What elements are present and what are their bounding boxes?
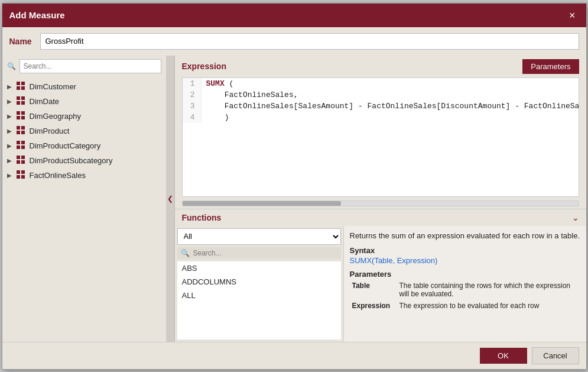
- search-box: 🔍: [2, 56, 166, 77]
- param-desc-expression: The expression to be evaluated for each …: [397, 300, 580, 312]
- name-label: Name: [9, 37, 33, 46]
- svg-rect-25: [21, 170, 25, 174]
- svg-rect-20: [17, 156, 20, 159]
- svg-rect-24: [17, 170, 20, 174]
- functions-header[interactable]: Functions ⌄: [175, 209, 586, 226]
- table-name: DimDate: [30, 97, 60, 106]
- functions-right-panel: Returns the sum of an expression evaluat…: [344, 226, 586, 342]
- chevron-icon: ▶: [7, 83, 14, 90]
- svg-rect-2: [17, 86, 20, 90]
- expression-header: Expression Parameters: [175, 56, 586, 77]
- svg-rect-18: [17, 145, 20, 149]
- syntax-label: Syntax: [350, 246, 580, 255]
- add-measure-dialog: Add Measure × Name 🔍 ▶ DimCustomer: [2, 3, 587, 370]
- svg-rect-15: [21, 131, 25, 134]
- func-item-addcolumns[interactable]: ADDCOLUMNS: [177, 275, 341, 289]
- editor-line-1: 1 SUMX (: [183, 78, 579, 89]
- svg-rect-12: [17, 126, 20, 130]
- expression-editor[interactable]: 1 SUMX ( 2 FactOnlineSales, 3 FactOnline…: [182, 77, 579, 197]
- cancel-button[interactable]: Cancel: [532, 347, 579, 364]
- function-syntax: SUMX(Table, Expression): [350, 256, 580, 265]
- func-item-abs[interactable]: ABS: [177, 261, 341, 275]
- parameters-label: Parameters: [350, 270, 580, 279]
- functions-chevron-icon: ⌄: [572, 213, 579, 222]
- tree-item-dimdate[interactable]: ▶ DimDate: [2, 94, 166, 109]
- search-icon: 🔍: [181, 249, 190, 257]
- svg-rect-8: [17, 111, 20, 115]
- ok-button[interactable]: OK: [480, 348, 527, 364]
- line-code: FactOnlineSales[SalesAmount] - FactOnlin…: [202, 101, 579, 112]
- svg-rect-0: [17, 82, 20, 85]
- svg-rect-9: [21, 111, 25, 115]
- svg-rect-6: [17, 101, 20, 105]
- param-desc-table: The table containing the rows for which …: [397, 280, 580, 300]
- svg-rect-19: [21, 145, 25, 149]
- param-row-table: Table The table containing the rows for …: [350, 280, 580, 300]
- line-code: SUMX (: [202, 78, 239, 89]
- table-name: DimCustomer: [30, 82, 76, 91]
- svg-rect-23: [21, 160, 25, 164]
- table-name: DimProductSubcategory: [30, 156, 113, 165]
- param-row-expression: Expression The expression to be evaluate…: [350, 300, 580, 312]
- panel-collapse-button[interactable]: ❮: [167, 56, 175, 342]
- functions-list: ABS ADDCOLUMNS ALL: [177, 261, 341, 339]
- line-number: 1: [183, 78, 202, 89]
- line-number: 3: [183, 101, 202, 112]
- search-icon: 🔍: [7, 62, 16, 70]
- dialog-title: Add Measure: [9, 10, 65, 20]
- footer: OK Cancel: [2, 342, 586, 369]
- line-number: 4: [183, 112, 202, 123]
- svg-rect-22: [17, 160, 20, 164]
- svg-rect-7: [21, 101, 25, 105]
- main-content: 🔍 ▶ DimCustomer ▶ DimDate: [2, 56, 586, 342]
- svg-rect-21: [21, 156, 25, 159]
- editor-line-2: 2 FactOnlineSales,: [183, 89, 579, 101]
- title-bar: Add Measure ×: [2, 4, 586, 27]
- function-search-input[interactable]: [193, 249, 337, 257]
- table-icon: [17, 126, 25, 136]
- svg-rect-4: [17, 96, 20, 100]
- name-input[interactable]: [40, 33, 579, 50]
- table-name: DimProduct: [30, 127, 70, 135]
- line-number: 2: [183, 89, 202, 101]
- svg-rect-14: [17, 131, 20, 134]
- chevron-icon: ▶: [7, 143, 14, 149]
- parameters-button[interactable]: Parameters: [522, 59, 579, 74]
- tree-item-factonlinesales[interactable]: ▶ FactOnlineSales: [2, 168, 166, 183]
- table-icon: [17, 82, 25, 92]
- line-code: FactOnlineSales,: [202, 89, 303, 101]
- tree-item-dimproductcategory[interactable]: ▶ DimProductCategory: [2, 138, 166, 153]
- table-tree-list: ▶ DimCustomer ▶ DimDate ▶: [2, 77, 166, 342]
- functions-search-box: 🔍: [177, 247, 341, 259]
- chevron-icon: ▶: [7, 157, 14, 164]
- svg-rect-13: [21, 126, 25, 130]
- table-search-input[interactable]: [20, 59, 161, 73]
- chevron-icon: ▶: [7, 172, 14, 179]
- table-name: FactOnlineSales: [30, 171, 86, 180]
- svg-rect-11: [21, 116, 25, 119]
- param-name-expression: Expression: [350, 300, 397, 312]
- functions-left-panel: All Aggregation Date and Time Filter Inf…: [175, 226, 344, 342]
- functions-label: Functions: [182, 213, 222, 222]
- tree-item-dimgeography[interactable]: ▶ DimGeography: [2, 109, 166, 124]
- line-code: ): [202, 112, 234, 123]
- category-select[interactable]: All Aggregation Date and Time Filter Inf…: [177, 228, 341, 245]
- expression-section: Expression Parameters 1 SUMX ( 2 FactOnl…: [175, 56, 586, 209]
- svg-rect-10: [17, 116, 20, 119]
- tree-item-dimproductsubcategory[interactable]: ▶ DimProductSubcategory: [2, 153, 166, 168]
- tree-item-dimproduct[interactable]: ▶ DimProduct: [2, 124, 166, 138]
- svg-rect-17: [21, 141, 25, 144]
- close-button[interactable]: ×: [566, 9, 579, 22]
- functions-section: Functions ⌄ All Aggregation Date and Tim…: [175, 209, 586, 342]
- table-name: DimGeography: [30, 112, 81, 121]
- horizontal-scrollbar[interactable]: [182, 200, 579, 206]
- functions-content: All Aggregation Date and Time Filter Inf…: [175, 226, 586, 342]
- chevron-icon: ▶: [7, 128, 14, 134]
- table-icon: [17, 170, 25, 180]
- svg-rect-26: [17, 175, 20, 179]
- tree-item-dimcustomer[interactable]: ▶ DimCustomer: [2, 79, 166, 94]
- right-panel: Expression Parameters 1 SUMX ( 2 FactOnl…: [175, 56, 586, 342]
- left-panel: 🔍 ▶ DimCustomer ▶ DimDate: [2, 56, 167, 342]
- func-item-all[interactable]: ALL: [177, 289, 341, 302]
- svg-rect-1: [21, 82, 25, 85]
